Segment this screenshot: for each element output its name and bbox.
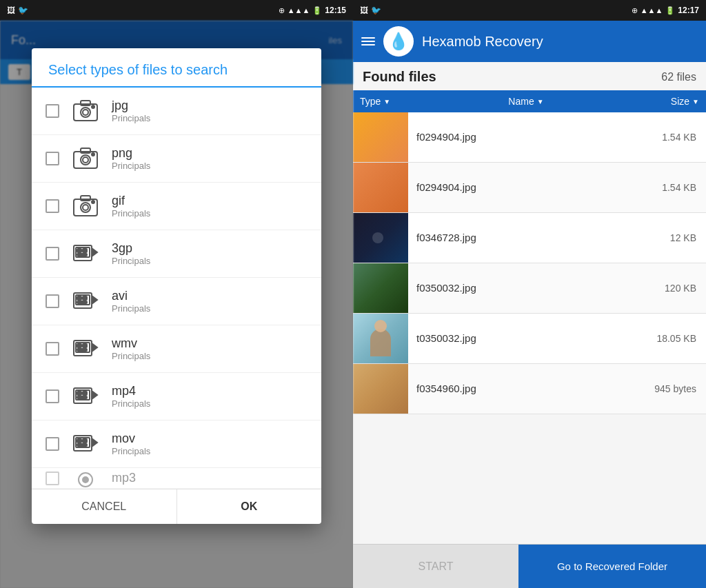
- svg-point-4: [92, 105, 94, 108]
- svg-marker-32: [92, 343, 97, 352]
- file-thumbnail: [353, 163, 408, 212]
- file-name: f0294904.jpg: [416, 181, 476, 193]
- svg-marker-38: [92, 391, 97, 399]
- mp3-text: mp3: [112, 471, 136, 485]
- file-size: 945 bytes: [644, 383, 706, 394]
- file-info: f0354960.jpg: [408, 383, 644, 395]
- wmv-checkbox[interactable]: [46, 342, 59, 356]
- size-column-header[interactable]: Size ▼: [644, 90, 706, 112]
- found-files-count: 62 files: [661, 71, 696, 83]
- svg-rect-30: [83, 344, 87, 347]
- list-item[interactable]: mp3: [32, 468, 321, 489]
- svg-point-14: [92, 201, 94, 203]
- name-column-header[interactable]: Name ▼: [408, 90, 644, 112]
- svg-point-2: [83, 110, 88, 115]
- cancel-button[interactable]: Cancel: [32, 489, 176, 524]
- jpg-checkbox[interactable]: [46, 104, 59, 118]
- file-list: f0294904.jpg 1.54 KB f0294904.jpg 1.54 K…: [353, 112, 706, 544]
- dialog-actions: Cancel OK: [32, 489, 321, 524]
- list-item[interactable]: 3gp Principals: [32, 230, 321, 278]
- wmv-text: wmv Principals: [112, 336, 150, 361]
- table-row[interactable]: f0350032.jpg 120 KB: [353, 263, 706, 314]
- gif-name: gif: [112, 194, 150, 208]
- table-row[interactable]: f0346728.jpg 12 KB: [353, 213, 706, 263]
- photo-icon: 🖼: [7, 6, 15, 15]
- table-row[interactable]: f0354960.jpg 945 bytes: [353, 364, 706, 414]
- bottom-bar: Start Go to Recovered Folder: [353, 544, 706, 588]
- file-name: f0354960.jpg: [416, 383, 476, 394]
- hotspot-icon: ⊕: [279, 6, 285, 15]
- 3gp-checkbox[interactable]: [46, 247, 59, 261]
- gif-checkbox[interactable]: [46, 199, 59, 213]
- jpg-name: jpg: [112, 99, 150, 113]
- file-name: t0350032.jpg: [416, 332, 476, 344]
- found-files-title: Found files: [363, 69, 436, 85]
- svg-rect-19: [77, 254, 87, 256]
- svg-rect-43: [77, 444, 87, 446]
- video-icon-mov: [70, 429, 101, 459]
- table-row[interactable]: f0294904.jpg 1.54 KB: [353, 112, 706, 163]
- mp4-text: mp4 Principals: [112, 384, 150, 409]
- 3gp-sub: Principals: [112, 256, 150, 266]
- 3gp-name: 3gp: [112, 241, 150, 256]
- camera-icon-png: [70, 143, 101, 174]
- go-to-recovered-button[interactable]: Go to Recovered Folder: [518, 545, 706, 588]
- right-right-icons: ⊕ ▲▲▲ 🔋 12:17: [632, 6, 699, 15]
- menu-icon[interactable]: [361, 37, 375, 45]
- svg-rect-17: [77, 249, 81, 252]
- mov-sub: Principals: [112, 446, 150, 456]
- png-checkbox[interactable]: [46, 152, 59, 165]
- list-item[interactable]: png Principals: [32, 135, 321, 183]
- jpg-text: jpg Principals: [112, 99, 150, 123]
- left-status-icons: 🖼 🐦: [7, 6, 28, 15]
- file-name: f0294904.jpg: [416, 131, 476, 143]
- mov-checkbox[interactable]: [46, 437, 59, 451]
- type-column-header[interactable]: Type ▼: [353, 90, 408, 112]
- status-bar-right: 🖼 🐦 ⊕ ▲▲▲ 🔋 12:17: [353, 0, 706, 21]
- file-thumbnail: [353, 112, 408, 162]
- photo-icon-r: 🖼: [360, 6, 368, 15]
- battery-icon-r: 🔋: [665, 6, 675, 15]
- hotspot-icon-r: ⊕: [632, 6, 638, 15]
- ok-button[interactable]: OK: [177, 489, 322, 524]
- right-status-icons: ⊕ ▲▲▲ 🔋 12:15: [279, 6, 346, 15]
- wmv-name: wmv: [112, 336, 150, 351]
- file-name: f0350032.jpg: [416, 282, 476, 294]
- video-icon-wmv: [70, 334, 101, 364]
- file-thumbnail: [353, 364, 408, 414]
- list-item[interactable]: gif Principals: [32, 183, 321, 230]
- table-row[interactable]: f0294904.jpg 1.54 KB: [353, 163, 706, 213]
- list-item[interactable]: avi Principals: [32, 278, 321, 325]
- svg-point-9: [92, 153, 94, 156]
- time-left: 12:15: [325, 6, 346, 15]
- mp3-checkbox[interactable]: [46, 472, 59, 485]
- wmv-sub: Principals: [112, 351, 150, 361]
- file-size: 18.05 KB: [644, 333, 706, 344]
- found-files-header: Found files 62 files: [353, 62, 706, 90]
- table-row[interactable]: t0350032.jpg 18.05 KB: [353, 314, 706, 364]
- png-sub: Principals: [112, 161, 150, 171]
- mp4-name: mp4: [112, 384, 150, 398]
- dialog-overlay: Select types of files to search: [0, 21, 353, 588]
- list-item[interactable]: mov Principals: [32, 420, 321, 468]
- gif-text: gif Principals: [112, 194, 150, 219]
- svg-rect-37: [77, 396, 87, 398]
- list-item[interactable]: wmv Principals: [32, 325, 321, 373]
- start-button: Start: [353, 545, 518, 588]
- app-title: Hexamob Recovery: [422, 34, 543, 50]
- svg-rect-42: [83, 439, 87, 443]
- mov-name: mov: [112, 432, 150, 446]
- mp4-checkbox[interactable]: [46, 389, 59, 403]
- svg-rect-25: [77, 301, 87, 303]
- svg-rect-35: [77, 392, 81, 395]
- bug-icon-r: 🐦: [371, 6, 381, 15]
- file-size: 1.54 KB: [644, 182, 706, 193]
- list-item[interactable]: mp4 Principals: [32, 373, 321, 420]
- svg-rect-29: [77, 344, 81, 347]
- camera-icon-gif: [70, 191, 101, 221]
- mp3-name: mp3: [112, 471, 136, 485]
- file-info: f0350032.jpg: [408, 282, 644, 294]
- list-item[interactable]: jpg Principals: [32, 88, 321, 135]
- file-type-dialog: Select types of files to search: [32, 48, 321, 524]
- avi-checkbox[interactable]: [46, 294, 59, 308]
